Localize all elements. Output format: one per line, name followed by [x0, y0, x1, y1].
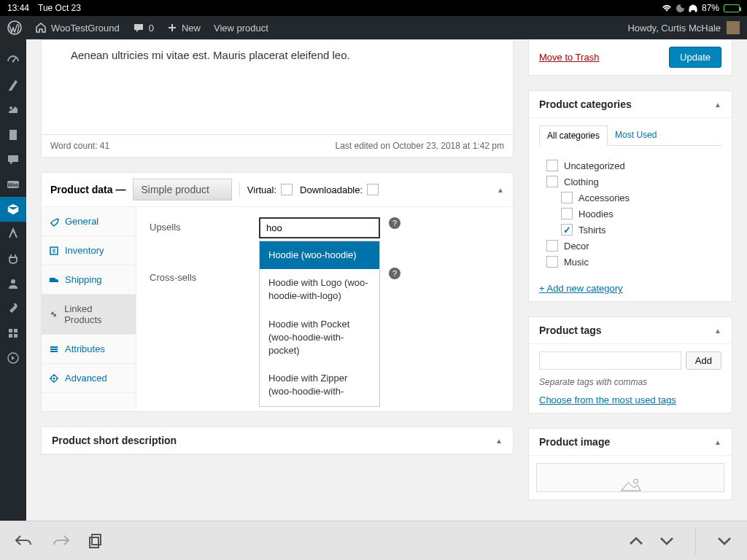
- sidebar-dashboard[interactable]: [0, 48, 26, 73]
- svg-rect-15: [50, 349, 58, 350]
- battery-icon: [724, 4, 740, 12]
- dropdown-option[interactable]: Hoodie with Logo (woo-hoodie-with-logo): [260, 269, 379, 310]
- short-desc-title: Product short description: [52, 435, 177, 446]
- svg-rect-13: [50, 278, 55, 282]
- new-link[interactable]: New: [167, 23, 201, 34]
- svg-rect-21: [90, 537, 98, 548]
- status-time: 13:44: [7, 3, 29, 13]
- panel-toggle-icon[interactable]: ▲: [714, 327, 721, 335]
- help-icon[interactable]: ?: [389, 217, 400, 229]
- sidebar-appearance[interactable]: [0, 222, 26, 246]
- upsells-label: Upsells: [150, 217, 259, 233]
- wp-admin-toolbar: WooTestGround 0 New View product Howdy, …: [0, 16, 747, 39]
- undo-icon[interactable]: [15, 533, 34, 549]
- cat-checkbox-music[interactable]: [546, 256, 558, 268]
- panel-toggle-icon[interactable]: ▲: [714, 438, 721, 446]
- add-new-category-link[interactable]: + Add new category: [539, 283, 623, 294]
- cat-checkbox-accessories[interactable]: [561, 192, 573, 203]
- chevron-up-icon[interactable]: [628, 536, 644, 546]
- panel-toggle-icon[interactable]: ▲: [497, 186, 504, 194]
- virtual-label: Virtual:: [247, 184, 276, 195]
- product-type-select[interactable]: Simple product: [133, 179, 231, 201]
- tab-advanced[interactable]: Advanced: [42, 364, 136, 393]
- product-image-placeholder[interactable]: [536, 463, 724, 492]
- product-tags-panel: Product tags ▲ Add Separate tags with co…: [528, 316, 732, 413]
- sidebar-tools[interactable]: [0, 296, 26, 321]
- comments-link[interactable]: 0: [133, 23, 154, 34]
- sidebar-collapse[interactable]: [0, 346, 26, 370]
- moon-icon: [676, 4, 684, 12]
- short-description-panel: Product short description ▲: [41, 427, 514, 455]
- panel-toggle-icon[interactable]: ▲: [714, 101, 721, 109]
- site-name-link[interactable]: WooTestGround: [35, 23, 120, 34]
- tag-input[interactable]: [539, 351, 681, 370]
- upsells-search-input[interactable]: [259, 217, 380, 238]
- svg-rect-7: [9, 329, 12, 332]
- help-icon[interactable]: ?: [389, 268, 400, 279]
- clipboard-icon[interactable]: [88, 533, 104, 549]
- update-button[interactable]: Update: [669, 47, 721, 68]
- tag-help-text: Separate tags with commas: [539, 377, 721, 387]
- move-to-trash-link[interactable]: Move to Trash: [539, 52, 599, 63]
- editor-content[interactable]: Aenean ultricies mi vitae est. Mauris pl…: [42, 40, 513, 134]
- avatar[interactable]: [727, 21, 740, 34]
- sidebar-media[interactable]: [0, 98, 26, 122]
- sidebar-plugins[interactable]: [0, 246, 26, 271]
- headphones-icon: [689, 4, 697, 12]
- sidebar-products[interactable]: [0, 197, 26, 222]
- cat-checkbox-tshirts[interactable]: ✓: [561, 224, 573, 236]
- tab-linked-products[interactable]: Linked Products: [42, 295, 136, 335]
- keyboard-dismiss-icon[interactable]: [716, 536, 732, 546]
- sidebar-posts[interactable]: [0, 73, 26, 98]
- tab-inventory[interactable]: Inventory: [42, 236, 136, 265]
- last-edited: Last edited on October 23, 2018 at 1:42 …: [336, 141, 505, 151]
- svg-rect-16: [50, 351, 58, 352]
- cat-checkbox-decor[interactable]: [546, 240, 558, 252]
- sidebar-settings[interactable]: [0, 321, 26, 346]
- howdy-text[interactable]: Howdy, Curtis McHale: [627, 23, 721, 34]
- tab-most-used[interactable]: Most Used: [608, 125, 664, 145]
- svg-rect-9: [9, 334, 12, 338]
- tab-shipping[interactable]: Shipping: [42, 265, 136, 295]
- sidebar-users[interactable]: [0, 271, 26, 296]
- cat-checkbox-clothing[interactable]: [546, 176, 558, 187]
- sidebar-comments[interactable]: [0, 147, 26, 172]
- downloadable-checkbox[interactable]: [367, 184, 379, 195]
- tab-attributes[interactable]: Attributes: [42, 335, 136, 364]
- sidebar-woocommerce[interactable]: Woo: [0, 172, 26, 197]
- product-image-panel: Product image ▲: [528, 428, 732, 500]
- svg-rect-3: [9, 130, 17, 140]
- dropdown-option[interactable]: Hoodie with Zipper (woo-hoodie-with-: [260, 365, 379, 405]
- tab-general[interactable]: General: [42, 207, 136, 236]
- tab-all-categories[interactable]: All categories: [539, 125, 608, 146]
- sidebar-pages[interactable]: [0, 122, 26, 147]
- redo-icon[interactable]: [51, 533, 70, 549]
- cat-checkbox-hoodies[interactable]: [561, 208, 573, 219]
- product-data-panel: Product data — Simple product Virtual: D…: [41, 172, 514, 412]
- choose-tags-link[interactable]: Choose from the most used tags: [539, 394, 676, 405]
- svg-point-19: [634, 479, 638, 483]
- dropdown-option[interactable]: Hoodie with Pocket (woo-hoodie-with-pock…: [260, 311, 379, 365]
- battery-percentage: 87%: [702, 3, 719, 13]
- ipad-bottom-toolbar: [0, 521, 747, 560]
- view-product-link[interactable]: View product: [214, 23, 268, 34]
- wp-logo-icon[interactable]: [7, 20, 22, 35]
- upsells-dropdown: Hoodie (woo-hoodie) Hoodie with Logo (wo…: [259, 241, 380, 407]
- product-data-title: Product data —: [50, 184, 125, 195]
- svg-rect-14: [50, 346, 58, 348]
- product-image-title: Product image: [539, 436, 610, 448]
- word-count: Word count: 41: [50, 141, 109, 151]
- panel-toggle-icon[interactable]: ▲: [495, 437, 503, 445]
- svg-point-2: [9, 106, 12, 109]
- editor-box: Aenean ultricies mi vitae est. Mauris pl…: [41, 39, 514, 158]
- dropdown-option[interactable]: Hoodie (woo-hoodie): [260, 241, 379, 269]
- downloadable-label: Downloadable:: [300, 184, 363, 195]
- categories-title: Product categories: [539, 98, 632, 110]
- product-categories-panel: Product categories ▲ All categories Most…: [528, 90, 732, 302]
- cat-checkbox-uncategorized[interactable]: [546, 160, 558, 171]
- add-tag-button[interactable]: Add: [686, 351, 721, 370]
- status-date: Tue Oct 23: [38, 3, 81, 13]
- chevron-down-icon[interactable]: [659, 536, 675, 546]
- virtual-checkbox[interactable]: [281, 184, 293, 195]
- svg-text:Woo: Woo: [7, 182, 18, 187]
